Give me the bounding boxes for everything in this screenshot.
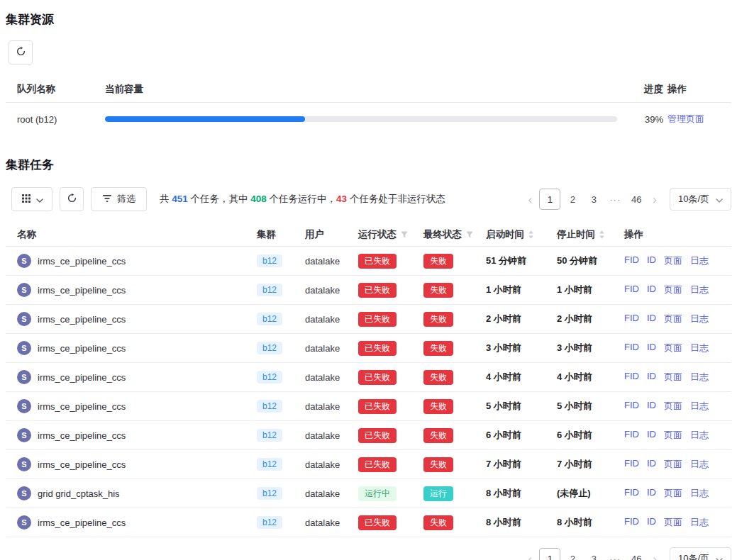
task-action-page[interactable]: 页面 [664,429,682,442]
pagination: ‹123···46› [524,548,661,560]
task-action-fid[interactable]: FID [624,342,639,354]
task-name: irms_ce_pipeline_ccs [38,372,126,383]
task-action-fid[interactable]: FID [624,284,639,296]
run-status-badge: 已失败 [358,341,397,356]
tasks-header-run-status[interactable]: 运行状态 [358,228,423,241]
task-action-id[interactable]: ID [647,458,656,471]
spark-avatar: S [17,312,31,326]
pagination-page-3[interactable]: 3 [584,189,603,210]
run-status-badge: 已失败 [358,283,397,298]
spark-avatar: S [17,254,31,268]
task-action-log[interactable]: 日志 [690,371,709,383]
task-action-page[interactable]: 页面 [664,487,682,500]
task-action-fid[interactable]: FID [624,400,639,413]
task-action-log[interactable]: 日志 [690,284,709,296]
sort-icon[interactable] [599,230,605,240]
pagination-next[interactable]: › [648,194,661,206]
pagination-prev[interactable]: ‹ [524,194,537,206]
tasks-header-start-time[interactable]: 启动时间 [486,228,557,241]
task-action-log[interactable]: 日志 [690,254,709,267]
final-status-badge: 失败 [423,341,453,356]
pagination-page-1[interactable]: 1 [539,548,560,560]
page-size-select[interactable]: 10条/页 [670,547,731,560]
task-start-time: 4 小时前 [486,371,557,383]
task-action-fid[interactable]: FID [624,371,639,383]
task-action-page[interactable]: 页面 [664,342,682,354]
task-action-id[interactable]: ID [647,254,656,267]
task-action-fid[interactable]: FID [624,516,639,529]
task-action-log[interactable]: 日志 [690,429,709,442]
task-name: irms_ce_pipeline_ccs [38,256,126,267]
task-start-time: 51 分钟前 [486,254,557,267]
pagination-page-1[interactable]: 1 [539,189,560,210]
resources-header-actions: 操作 [663,83,731,96]
task-actions: FIDID页面日志 [624,254,731,267]
resources-table-header: 队列名称 当前容量 进度 操作 [6,76,731,103]
task-action-log[interactable]: 日志 [690,400,709,413]
task-action-fid[interactable]: FID [624,487,639,500]
run-status-badge: 已失败 [358,399,397,414]
task-action-page[interactable]: 页面 [664,400,682,413]
task-action-page[interactable]: 页面 [664,516,682,529]
tasks-refresh-button[interactable] [60,187,84,211]
page-size-label: 10条/页 [678,193,709,206]
task-action-page[interactable]: 页面 [664,458,682,471]
resources-table: 队列名称 当前容量 进度 操作 root (b12) 39% 管理页面 [6,76,731,135]
task-row: S grid grid_cptask_his b12 datalake 运行中 … [6,479,731,508]
pagination-page-46[interactable]: 46 [627,548,645,560]
task-action-page[interactable]: 页面 [664,254,682,267]
task-action-log[interactable]: 日志 [690,516,709,529]
task-action-log[interactable]: 日志 [690,487,709,500]
tasks-header-final-status[interactable]: 最终状态 [423,228,486,241]
tasks-header-stop-time[interactable]: 停止时间 [557,228,624,241]
resources-refresh-button[interactable] [9,40,33,65]
cluster-badge: b12 [257,458,282,471]
task-avatar: S [21,402,26,410]
task-action-fid[interactable]: FID [624,313,639,325]
task-action-log[interactable]: 日志 [690,313,709,325]
task-action-fid[interactable]: FID [624,429,639,442]
pagination-page-3[interactable]: 3 [584,548,603,560]
task-action-log[interactable]: 日志 [690,458,709,471]
manage-page-link[interactable]: 管理页面 [667,113,704,124]
task-action-page[interactable]: 页面 [664,313,682,325]
column-filter-icon[interactable] [400,230,409,239]
header-label: 最终状态 [423,228,462,241]
column-settings-button[interactable] [11,187,52,211]
task-action-log[interactable]: 日志 [690,342,709,354]
pagination-page-2[interactable]: 2 [563,189,582,210]
pagination-page-46[interactable]: 46 [627,189,645,210]
task-actions: FIDID页面日志 [624,371,731,383]
column-filter-icon[interactable] [465,230,474,239]
pagination-prev[interactable]: ‹ [524,553,537,560]
task-user: datalake [305,459,358,470]
page-size-select[interactable]: 10条/页 [670,188,731,211]
task-stop-time: (未停止) [557,487,624,500]
task-action-fid[interactable]: FID [624,254,639,267]
pagination-next[interactable]: › [648,553,661,560]
task-action-id[interactable]: ID [647,342,656,354]
tasks-summary: 共 451 个任务，其中 408 个任务运行中，43 个任务处于非运行状态 [160,193,445,206]
task-action-page[interactable]: 页面 [664,284,682,296]
tasks-header-user: 用户 [305,228,358,241]
task-action-id[interactable]: ID [647,487,656,500]
pagination-page-2[interactable]: 2 [563,548,582,560]
pagination-ellipsis: ··· [606,189,624,210]
task-action-id[interactable]: ID [647,371,656,383]
task-action-id[interactable]: ID [647,429,656,442]
task-action-page[interactable]: 页面 [664,371,682,383]
task-row: S irms_ce_pipeline_ccs b12 datalake 已失败 … [6,421,731,450]
spark-avatar: S [17,370,31,384]
task-action-id[interactable]: ID [647,516,656,529]
sort-icon[interactable] [528,230,534,240]
filter-button[interactable]: 筛选 [91,187,147,211]
tasks-toolbar: 筛选 共 451 个任务，其中 408 个任务运行中，43 个任务处于非运行状态… [6,187,731,211]
task-action-id[interactable]: ID [647,284,656,296]
task-action-id[interactable]: ID [647,313,656,325]
run-status-badge: 已失败 [358,254,397,269]
run-status-badge: 已失败 [358,457,397,472]
task-action-id[interactable]: ID [647,400,656,413]
task-avatar: S [21,286,26,294]
cluster-badge: b12 [257,254,282,267]
task-action-fid[interactable]: FID [624,458,639,471]
